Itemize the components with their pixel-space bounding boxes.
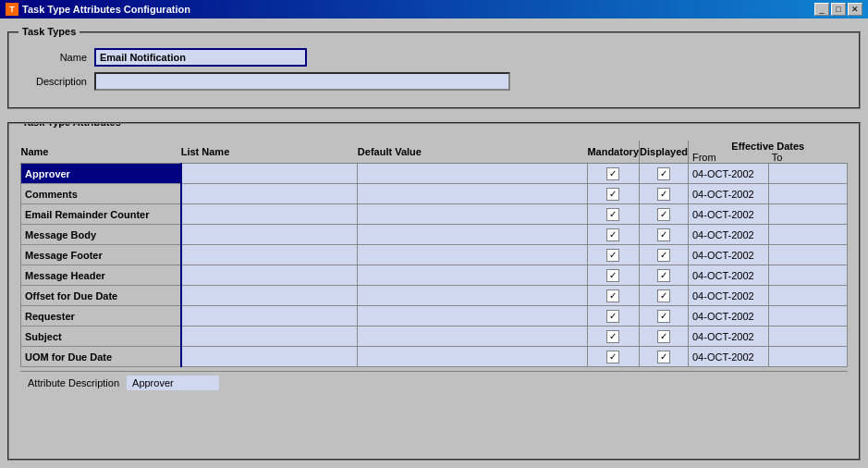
task-types-label: Task Types	[18, 26, 79, 37]
col-header-default: Default Value	[358, 141, 588, 164]
displayed-checkbox[interactable]	[657, 188, 670, 201]
attributes-table-container: Name List Name Default Value Mandatory D…	[20, 141, 848, 367]
displayed-checkbox[interactable]	[657, 167, 670, 180]
mandatory-checkbox[interactable]	[606, 167, 619, 180]
close-button[interactable]: ✕	[848, 3, 862, 16]
displayed-checkbox[interactable]	[657, 289, 670, 302]
mandatory-checkbox[interactable]	[606, 351, 619, 363]
table-row[interactable]: Message Body04-OCT-2002	[21, 225, 848, 245]
table-row[interactable]: Message Footer04-OCT-2002	[21, 245, 848, 265]
description-label: Description	[20, 76, 94, 87]
title-bar: T Task Type Attributes Configuration _ □…	[0, 0, 868, 18]
attr-desc-label: Attribute Description	[28, 377, 119, 388]
table-row[interactable]: Email Remainder Counter04-OCT-2002	[21, 204, 848, 225]
description-input[interactable]	[94, 72, 510, 91]
window-title: Task Type Attributes Configuration	[22, 4, 190, 15]
table-row[interactable]: Subject04-OCT-2002	[21, 326, 848, 347]
mandatory-checkbox[interactable]	[606, 249, 619, 262]
task-attributes-group: Task Type Attributes Name List Name Defa…	[7, 122, 861, 461]
col-header-effective-dates: Effective Dates From To	[688, 141, 847, 164]
mandatory-checkbox[interactable]	[606, 228, 619, 241]
minimize-button[interactable]: _	[814, 3, 829, 16]
table-row[interactable]: Approver04-OCT-2002	[21, 164, 848, 184]
mandatory-checkbox[interactable]	[606, 188, 619, 201]
attribute-description-bar: Attribute Description Approver	[20, 371, 848, 394]
displayed-checkbox[interactable]	[657, 310, 670, 323]
displayed-checkbox[interactable]	[657, 228, 670, 241]
col-header-displayed: Displayed	[640, 141, 689, 164]
name-label: Name	[20, 52, 94, 63]
mandatory-checkbox[interactable]	[606, 289, 619, 302]
task-attributes-label: Task Type Attributes	[18, 122, 125, 128]
displayed-checkbox[interactable]	[657, 249, 670, 262]
displayed-checkbox[interactable]	[657, 208, 670, 221]
task-types-group: Task Types Name Description	[7, 31, 861, 109]
mandatory-checkbox[interactable]	[606, 310, 619, 323]
col-header-mandatory: Mandatory	[587, 141, 639, 164]
table-row[interactable]: Comments04-OCT-2002	[21, 184, 848, 204]
displayed-checkbox[interactable]	[657, 330, 670, 343]
displayed-checkbox[interactable]	[657, 269, 670, 282]
displayed-checkbox[interactable]	[657, 351, 670, 363]
attributes-table: Name List Name Default Value Mandatory D…	[20, 141, 848, 367]
table-row[interactable]: UOM for Due Date04-OCT-2002	[21, 347, 848, 367]
title-icon: T	[6, 3, 18, 16]
table-row[interactable]: Message Header04-OCT-2002	[21, 265, 848, 286]
table-row[interactable]: Offset for Due Date04-OCT-2002	[21, 286, 848, 306]
mandatory-checkbox[interactable]	[606, 330, 619, 343]
attr-desc-value: Approver	[127, 376, 219, 390]
mandatory-checkbox[interactable]	[606, 269, 619, 282]
col-header-name: Name	[21, 141, 181, 164]
col-header-listname: List Name	[181, 141, 358, 164]
restore-button[interactable]: □	[831, 3, 846, 16]
table-row[interactable]: Requester04-OCT-2002	[21, 306, 848, 326]
name-input[interactable]	[94, 48, 307, 67]
mandatory-checkbox[interactable]	[606, 208, 619, 221]
